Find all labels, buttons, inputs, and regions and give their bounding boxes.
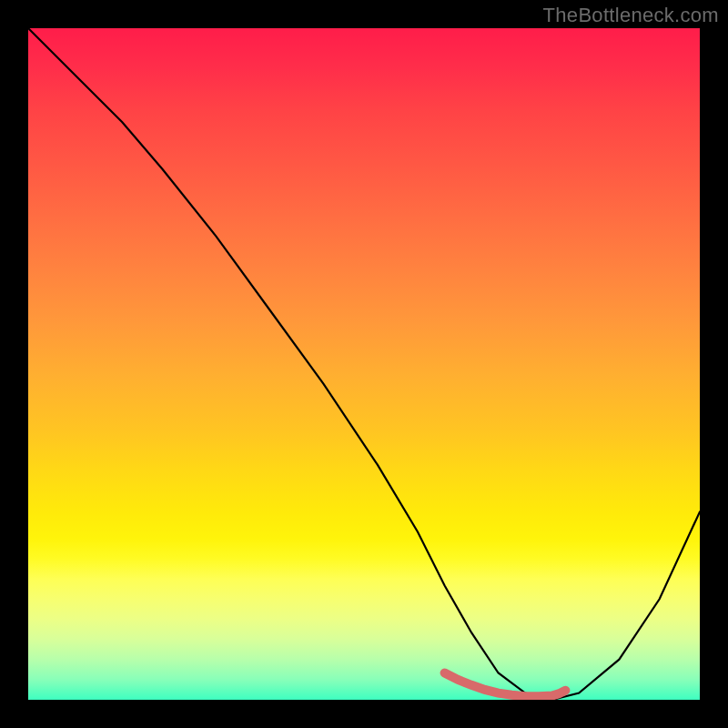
chart-frame: TheBottleneck.com — [0, 0, 728, 728]
watermark-text: TheBottleneck.com — [543, 4, 719, 27]
main-curve — [28, 28, 700, 700]
chart-overlay — [28, 28, 700, 700]
valley-highlight — [445, 673, 566, 697]
plot-area — [28, 28, 700, 700]
